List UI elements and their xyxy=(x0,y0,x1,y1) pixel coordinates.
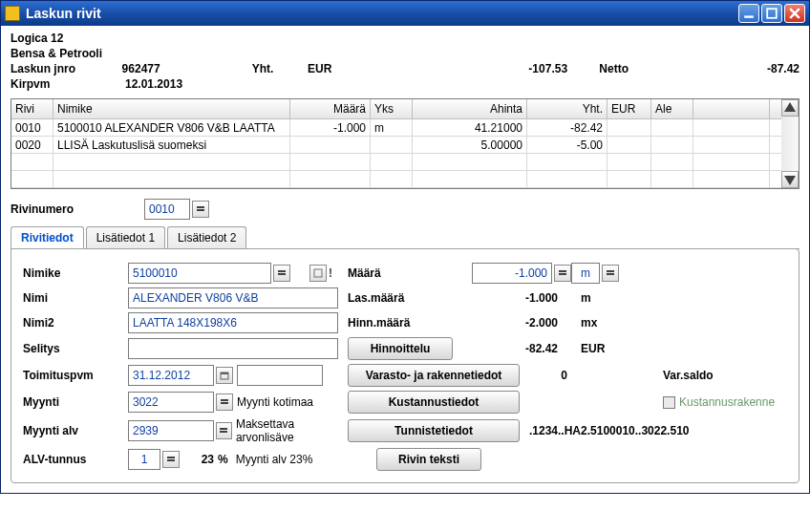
value-total: -107.53 xyxy=(437,62,567,75)
lookup-icon[interactable] xyxy=(554,265,571,282)
grid-header-cell[interactable]: Nimike xyxy=(53,99,290,119)
button-hinnoittelu[interactable]: Hinnoittelu xyxy=(348,337,453,360)
grid-cell[interactable] xyxy=(53,154,290,171)
input-toimituspvm[interactable] xyxy=(128,365,214,386)
label-kirpvm: Kirpvm xyxy=(11,77,125,91)
grid-scrollbar[interactable] xyxy=(781,99,799,188)
lookup-icon[interactable] xyxy=(602,265,619,282)
lookup-icon[interactable] xyxy=(162,451,180,468)
grid-cell[interactable] xyxy=(608,119,651,137)
grid-header-cell[interactable]: Rivi xyxy=(11,99,53,119)
grid-cell[interactable] xyxy=(693,137,770,154)
grid-cell[interactable] xyxy=(608,154,651,171)
input-maara-unit[interactable] xyxy=(571,263,600,284)
calendar-icon[interactable] xyxy=(216,367,233,384)
label-netto: Netto xyxy=(567,62,660,75)
grid-cell[interactable] xyxy=(413,171,527,188)
maximize-button[interactable] xyxy=(761,4,782,23)
grid-cell[interactable] xyxy=(11,171,53,188)
button-varasto[interactable]: Varasto- ja rakennetiedot xyxy=(348,364,520,387)
input-rivinumero[interactable] xyxy=(144,199,190,220)
grid-cell[interactable] xyxy=(527,171,608,188)
grid-header-cell[interactable]: Yks xyxy=(371,99,413,119)
grid-header-cell[interactable]: EUR xyxy=(608,99,651,119)
label-rivinumero: Rivinumero xyxy=(11,202,144,216)
grid-cell[interactable]: -1.000 xyxy=(290,119,371,137)
svg-rect-18 xyxy=(221,402,228,404)
label-yht: Yht. xyxy=(252,62,308,75)
minimize-button[interactable] xyxy=(738,4,759,23)
checkbox-kustannusrakenne[interactable]: Kustannusrakenne xyxy=(663,395,775,409)
grid-cell[interactable]: 5.00000 xyxy=(413,137,527,154)
input-toimituspvm-extra[interactable] xyxy=(237,365,323,386)
label-myynti: Myynti xyxy=(23,395,128,409)
grid-cell[interactable] xyxy=(11,154,53,171)
grid-cell[interactable] xyxy=(693,154,770,171)
grid-cell[interactable] xyxy=(527,154,608,171)
grid-cell[interactable] xyxy=(290,154,371,171)
grid-cell[interactable] xyxy=(693,119,770,137)
grid-cell[interactable] xyxy=(290,137,371,154)
close-button[interactable] xyxy=(784,4,805,23)
grid-header-cell[interactable]: Määrä xyxy=(290,99,371,119)
input-myynti[interactable] xyxy=(128,392,214,413)
tab-lisätiedot-2[interactable]: Lisätiedot 2 xyxy=(167,226,246,248)
grid-cell[interactable]: -5.00 xyxy=(527,137,608,154)
svg-rect-0 xyxy=(744,15,754,17)
input-myyntialv[interactable] xyxy=(128,420,214,441)
input-nimi[interactable] xyxy=(128,287,338,309)
lookup-icon[interactable] xyxy=(216,422,232,439)
grid-header-cell[interactable]: Yht. xyxy=(527,99,608,119)
value-hinnoittelu: -82.42 xyxy=(472,342,558,355)
grid-cell[interactable] xyxy=(608,171,651,188)
grid-cell[interactable]: LLISÄ Laskutuslisä suomeksi xyxy=(53,137,290,154)
grid-cell[interactable]: -82.42 xyxy=(527,119,608,137)
grid-cell[interactable] xyxy=(651,154,693,171)
input-alvtunnus[interactable] xyxy=(128,449,160,470)
input-maara[interactable] xyxy=(472,263,552,284)
input-nimike[interactable] xyxy=(128,263,271,284)
grid-header-cell[interactable] xyxy=(693,99,770,119)
grid-cell[interactable]: m xyxy=(371,119,413,137)
grid-cell[interactable] xyxy=(651,171,693,188)
scroll-up-button[interactable] xyxy=(781,99,799,117)
grid-cell[interactable] xyxy=(651,137,693,154)
scroll-down-button[interactable] xyxy=(781,171,799,188)
grid-cell[interactable] xyxy=(608,137,651,154)
scroll-track[interactable] xyxy=(781,117,799,171)
label-myyntialv: Myynti alv xyxy=(23,424,128,437)
svg-rect-22 xyxy=(167,459,175,461)
button-tunniste[interactable]: Tunnistetiedot xyxy=(348,419,520,442)
lookup-icon[interactable] xyxy=(273,265,290,282)
input-selitys[interactable] xyxy=(128,338,338,359)
lookup-icon[interactable] xyxy=(192,201,209,218)
grid-cell[interactable] xyxy=(413,154,527,171)
input-nimi2[interactable] xyxy=(128,312,338,333)
grid-cell[interactable] xyxy=(371,171,413,188)
invoice-lines-grid[interactable]: RiviNimikeMääräYksAhintaYht.EURAle 00105… xyxy=(11,98,799,189)
flag-icon[interactable] xyxy=(309,265,327,282)
grid-cell[interactable]: 0010 xyxy=(11,119,53,137)
grid-cell[interactable]: 5100010 ALEXANDER V806 V&B LAATTA xyxy=(53,119,290,137)
label-selitys: Selitys xyxy=(23,342,128,355)
grid-cell[interactable] xyxy=(371,154,413,171)
button-kustannus[interactable]: Kustannustiedot xyxy=(348,391,520,414)
lookup-icon[interactable] xyxy=(216,394,233,411)
grid-cell[interactable]: 0020 xyxy=(11,137,53,154)
tab-rivitiedot[interactable]: Rivitiedot xyxy=(11,226,84,248)
button-rivinteksti[interactable]: Rivin teksti xyxy=(376,448,481,471)
label-varsaldo: Var.saldo xyxy=(663,369,714,382)
grid-cell[interactable] xyxy=(651,119,693,137)
svg-rect-13 xyxy=(607,270,614,272)
svg-rect-9 xyxy=(278,273,286,275)
grid-header-cell[interactable]: Ahinta xyxy=(413,99,527,119)
value-tunniste-code: .1234..HA2.5100010..3022.510 xyxy=(529,424,689,437)
value-alv-pct: 23 xyxy=(180,453,214,466)
grid-header-cell[interactable]: Ale xyxy=(651,99,693,119)
grid-cell[interactable] xyxy=(53,171,290,188)
tab-lisätiedot-1[interactable]: Lisätiedot 1 xyxy=(86,226,165,248)
grid-cell[interactable] xyxy=(693,171,770,188)
grid-cell[interactable] xyxy=(371,137,413,154)
grid-cell[interactable]: 41.21000 xyxy=(413,119,527,137)
grid-cell[interactable] xyxy=(290,171,371,188)
